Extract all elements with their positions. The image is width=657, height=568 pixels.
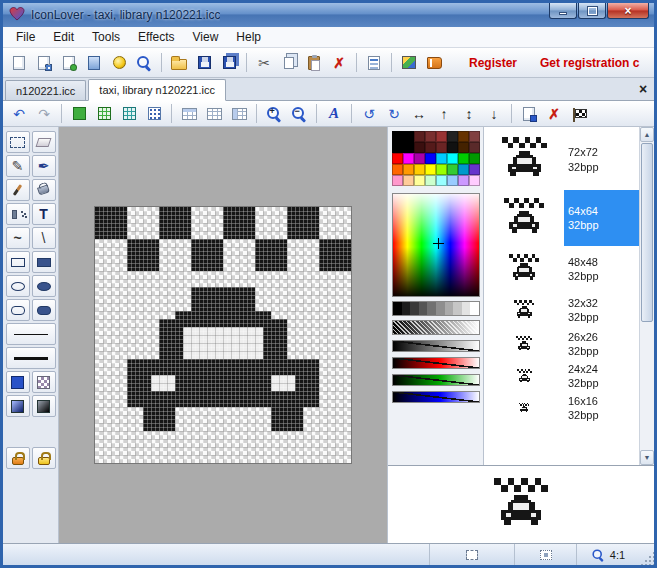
icon-size-item[interactable]: 24x2432bpp [484, 360, 639, 392]
palette-swatch[interactable] [447, 142, 458, 153]
test-icon-button[interactable] [517, 102, 541, 125]
shift-up-button[interactable]: ↑ [432, 102, 456, 125]
spray-tool[interactable] [6, 203, 30, 225]
gradient-tool[interactable] [6, 395, 30, 417]
pencil-tool[interactable]: ✎ [6, 155, 30, 177]
selection-tool[interactable] [6, 131, 30, 153]
lock-colors-button[interactable] [6, 447, 30, 469]
tab-close-button[interactable]: × [634, 80, 652, 98]
extract-icons-button[interactable] [82, 51, 106, 74]
open-button[interactable] [167, 51, 191, 74]
flip-horizontal-button[interactable]: ↔ [407, 102, 431, 125]
help-button[interactable] [422, 51, 446, 74]
palette-swatch[interactable] [425, 153, 436, 164]
palette-swatch[interactable] [403, 175, 414, 186]
flip-vertical-button[interactable]: ↕ [457, 102, 481, 125]
save-button[interactable] [192, 51, 216, 74]
layout-header-button[interactable] [177, 102, 201, 125]
checker-flag-button[interactable] [567, 102, 591, 125]
palette-swatch[interactable] [469, 164, 480, 175]
menu-help[interactable]: Help [227, 27, 270, 47]
palette-swatch[interactable] [414, 131, 425, 142]
fill-tool[interactable] [32, 179, 56, 201]
palette-swatch[interactable] [458, 142, 469, 153]
palette-swatch[interactable] [447, 153, 458, 164]
ellipse-tool[interactable] [6, 275, 30, 297]
menu-edit[interactable]: Edit [44, 27, 83, 47]
red-channel-slider[interactable] [392, 357, 480, 369]
rotate-right-button[interactable]: ↻ [382, 102, 406, 125]
antialias-text-button[interactable]: A [322, 102, 346, 125]
copy-button[interactable] [277, 51, 301, 74]
line-width-thick[interactable] [6, 347, 56, 369]
palette-swatch[interactable] [425, 164, 436, 175]
grayscale-steps-bar[interactable] [392, 301, 480, 316]
search-icons-button[interactable] [132, 51, 156, 74]
palette-swatch[interactable] [469, 175, 480, 186]
palette-swatch[interactable] [392, 131, 414, 153]
format-list-scrollbar[interactable]: ▲ ▼ [639, 127, 654, 465]
rectangle-tool[interactable] [6, 251, 30, 273]
scroll-down-button[interactable]: ▼ [640, 450, 654, 465]
line-tool[interactable]: \ [32, 227, 56, 249]
menu-effects[interactable]: Effects [129, 27, 183, 47]
palette-swatch[interactable] [414, 153, 425, 164]
zoom-in-button[interactable]: + [262, 102, 286, 125]
filled-rounded-rect-tool[interactable] [32, 299, 56, 321]
palette-swatch[interactable] [414, 142, 425, 153]
delete-image-button[interactable]: ✗ [542, 102, 566, 125]
icon-size-item[interactable]: 16x1632bpp [484, 392, 639, 424]
scrollbar-track[interactable] [640, 142, 654, 450]
get-registration-link[interactable]: Get registration c [540, 56, 639, 70]
icon-size-item[interactable]: 32x3232bpp [484, 292, 639, 328]
pen-tool[interactable]: ✒ [32, 155, 56, 177]
redo-button[interactable]: ↷ [32, 102, 56, 125]
color-ball-button[interactable] [107, 51, 131, 74]
brush-tool[interactable] [6, 179, 30, 201]
menu-file[interactable]: File [7, 27, 44, 47]
palette-swatch[interactable] [436, 153, 447, 164]
pixel-editor-canvas[interactable] [94, 206, 352, 464]
palette-swatch[interactable] [414, 164, 425, 175]
line-width-thin[interactable] [6, 323, 56, 345]
dot-grid-button[interactable] [142, 102, 166, 125]
palette-swatch[interactable] [447, 164, 458, 175]
dark-gradient-tool[interactable] [32, 395, 56, 417]
palette-swatch[interactable] [425, 142, 436, 153]
palette-swatch[interactable] [425, 175, 436, 186]
properties-button[interactable] [362, 51, 386, 74]
icon-size-item[interactable]: 64x6432bpp [484, 190, 639, 246]
transparent-color-well[interactable] [32, 371, 56, 393]
new-library-button[interactable] [32, 51, 56, 74]
menu-tools[interactable]: Tools [83, 27, 129, 47]
palette-swatch[interactable] [458, 175, 469, 186]
palette-swatch[interactable] [469, 142, 480, 153]
text-tool[interactable]: T [32, 203, 56, 225]
curve-tool[interactable]: ~ [6, 227, 30, 249]
shift-down-button[interactable]: ↓ [482, 102, 506, 125]
palette-swatch[interactable] [425, 131, 436, 142]
scrollbar-thumb[interactable] [641, 143, 653, 322]
eraser-tool[interactable] [32, 131, 56, 153]
palette-swatch[interactable] [436, 175, 447, 186]
icon-size-item[interactable]: 72x7232bpp [484, 129, 639, 190]
cut-button[interactable]: ✂ [252, 51, 276, 74]
zoom-out-button[interactable]: − [287, 102, 311, 125]
palette-swatch[interactable] [469, 153, 480, 164]
green-channel-slider[interactable] [392, 374, 480, 386]
lock-transparency-button[interactable] [32, 447, 56, 469]
scroll-up-button[interactable]: ▲ [640, 127, 654, 142]
paste-button[interactable] [302, 51, 326, 74]
tab-taxi-library[interactable]: taxi, library n120221.icc [88, 79, 226, 101]
palette-swatch[interactable] [392, 153, 403, 164]
save-all-button[interactable] [217, 51, 241, 74]
register-link[interactable]: Register [469, 56, 517, 70]
hue-saturation-picker[interactable] [392, 193, 480, 297]
add-to-library-button[interactable] [57, 51, 81, 74]
show-transparency-button[interactable] [67, 102, 91, 125]
palette-swatch[interactable] [447, 131, 458, 142]
palette-swatch[interactable] [436, 142, 447, 153]
palette-swatch[interactable] [458, 164, 469, 175]
palette-swatch[interactable] [447, 175, 458, 186]
blue-channel-slider[interactable] [392, 391, 480, 403]
